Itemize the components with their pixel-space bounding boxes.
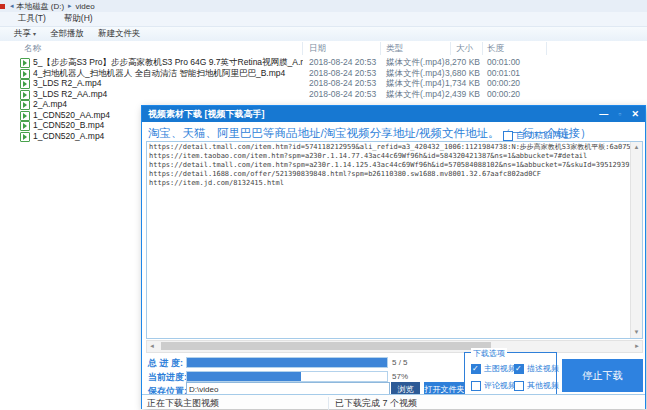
horizontal-scrollbar[interactable]: ◄ ► <box>146 340 643 353</box>
menu-bar: 工具(T) 帮助(H) <box>0 12 647 27</box>
checkbox-checked-icon[interactable] <box>471 364 481 374</box>
play-icon <box>23 102 27 108</box>
play-icon <box>23 92 27 98</box>
breadcrumb-folder[interactable]: video <box>76 2 95 11</box>
media-file-icon <box>20 90 30 100</box>
minimize-button[interactable]: — <box>599 106 608 122</box>
url-textarea[interactable]: https://detail.tmall.com/item.htm?id=574… <box>146 141 643 339</box>
status-downloading-text: 正在下载主图视频 <box>147 397 219 410</box>
file-length: 00:00:20 <box>487 89 520 99</box>
checkbox-unchecked-icon[interactable] <box>514 381 524 391</box>
file-length: 00:01:00 <box>487 57 520 67</box>
total-progress-label: 总 进 度: <box>148 357 183 370</box>
dialog-title: 视频素材下载 [视频下载高手] <box>148 108 265 121</box>
screen: ◂ 本地磁盘 (D:) ▸ video 工具(T) 帮助(H) 共享▾ 全部播放… <box>0 0 647 410</box>
media-file-icon <box>20 58 30 68</box>
stop-download-button[interactable]: 停止下载 <box>562 359 643 392</box>
maximize-button[interactable]: ▫ <box>618 106 621 122</box>
option-other-video[interactable]: 其他视频 <box>514 380 559 391</box>
play-icon <box>23 113 27 119</box>
scroll-right-icon[interactable]: ► <box>634 341 640 351</box>
media-file-icon <box>20 100 30 110</box>
column-header-name[interactable]: 名称 <box>24 43 41 55</box>
scroll-up-icon[interactable]: ▲ <box>631 143 642 152</box>
option-comment-video[interactable]: 评论视频 <box>471 380 516 391</box>
url-list-text[interactable]: https://detail.tmall.com/item.htm?id=574… <box>149 143 630 337</box>
current-progress-fill <box>187 372 301 381</box>
file-name: 3_LDS R2_A.mp4 <box>33 78 303 88</box>
media-file-icon <box>20 132 30 142</box>
menu-tools[interactable]: 工具(T) <box>18 13 46 25</box>
column-divider <box>302 42 303 55</box>
file-row[interactable]: 3_LDS R2_AA.mp4 2018-08-24 20:53 媒体文件(.m… <box>0 89 647 100</box>
checkbox-unchecked-icon[interactable] <box>503 131 513 141</box>
media-file-icon <box>20 69 30 79</box>
play-all-button[interactable]: 全部播放 <box>50 28 84 40</box>
play-icon <box>23 60 27 66</box>
toolbar: 共享▾ 全部播放 新建文件夹 <box>0 27 647 42</box>
play-icon <box>23 123 27 129</box>
total-progress-fill <box>187 358 387 367</box>
current-progress-bar <box>186 371 388 382</box>
address-bar[interactable]: ◂ 本地磁盘 (D:) ▸ video <box>0 0 647 12</box>
option-label: 其他视频 <box>527 380 559 391</box>
column-headers: 名称 日期 类型 大小 长度 <box>0 41 647 56</box>
window-buttons: — ▫ ✕ <box>599 106 639 122</box>
file-date: 2018-08-24 20:53 <box>309 68 376 78</box>
option-label: 评论视频 <box>484 380 516 391</box>
checkbox-unchecked-icon[interactable] <box>471 381 481 391</box>
scroll-down-icon[interactable]: ▼ <box>631 328 642 337</box>
share-button[interactable]: 共享▾ <box>14 28 36 40</box>
breadcrumb-drive[interactable]: 本地磁盘 (D:) <box>17 1 65 12</box>
back-arrow-icon[interactable]: ◂ <box>10 2 14 10</box>
scrollbar-thumb[interactable] <box>161 342 491 350</box>
file-length: 00:01:01 <box>487 68 520 78</box>
file-length: 00:00:20 <box>487 78 520 88</box>
play-icon <box>23 134 27 140</box>
file-size: 8,270 KB <box>420 57 480 67</box>
media-file-icon <box>20 121 30 131</box>
total-progress-bar <box>186 357 388 368</box>
option-description-video[interactable]: 描述视频 <box>514 363 559 374</box>
breadcrumb-separator-icon: ▸ <box>68 2 72 10</box>
dialog-status-bar: 正在下载主图视频 已下载完成 7 个视频 <box>142 394 645 409</box>
file-date: 2018-08-24 20:53 <box>309 89 376 99</box>
dialog-titlebar[interactable]: 视频素材下载 [视频下载高手] — ▫ ✕ <box>142 106 645 122</box>
media-file-icon <box>20 111 30 121</box>
file-row[interactable]: 3_LDS R2_A.mp4 2018-08-24 20:53 媒体文件(.mp… <box>0 78 647 89</box>
column-header-length[interactable]: 长度 <box>487 43 504 55</box>
play-icon <box>23 81 27 87</box>
close-icon[interactable]: ✕ <box>631 106 639 122</box>
file-row[interactable]: 4_扫地机器人_扫地机器人 全自动清洁 智能扫地机阿里巴巴_B.mp4 2018… <box>0 68 647 79</box>
column-divider <box>482 42 483 55</box>
column-divider <box>380 42 381 55</box>
drive-icon <box>0 4 5 9</box>
file-date: 2018-08-24 20:53 <box>309 78 376 88</box>
chevron-down-icon: ▾ <box>33 31 36 37</box>
column-divider <box>546 42 547 55</box>
checkbox-checked-icon[interactable] <box>514 364 524 374</box>
media-file-icon <box>20 79 30 89</box>
download-dialog: 视频素材下载 [视频下载高手] — ▫ ✕ 淘宝、天猫、阿里巴巴等商品地址/淘宝… <box>141 105 646 409</box>
file-date: 2018-08-24 20:53 <box>309 57 376 67</box>
file-row[interactable]: 5_【步步高S3 Pro】步步高家教机S3 Pro 64G 9.7英寸Retin… <box>0 57 647 68</box>
total-progress-value: 5 / 5 <box>392 358 408 367</box>
scroll-left-icon[interactable]: ◄ <box>149 341 155 351</box>
option-label: 描述视频 <box>527 363 559 374</box>
download-options-legend: 下载选项 <box>471 348 507 359</box>
menu-help[interactable]: 帮助(H) <box>64 13 93 25</box>
column-header-date[interactable]: 日期 <box>309 43 326 55</box>
option-label: 主图视频 <box>484 363 516 374</box>
current-progress-label: 当前进度: <box>148 371 187 384</box>
file-size: 3,680 KB <box>420 68 480 78</box>
download-options-group: 下载选项 主图视频 描述视频 评论视频 其他视频 <box>464 352 557 398</box>
option-main-video[interactable]: 主图视频 <box>471 363 516 374</box>
file-size: 1,734 KB <box>420 78 480 88</box>
new-folder-button[interactable]: 新建文件夹 <box>98 28 141 40</box>
file-name: 3_LDS R2_AA.mp4 <box>33 89 303 99</box>
column-header-type[interactable]: 类型 <box>386 43 403 55</box>
play-icon <box>23 71 27 77</box>
vertical-scrollbar[interactable]: ▲ ▼ <box>630 142 642 338</box>
column-header-size[interactable]: 大小 <box>456 43 473 55</box>
column-divider <box>450 42 451 55</box>
